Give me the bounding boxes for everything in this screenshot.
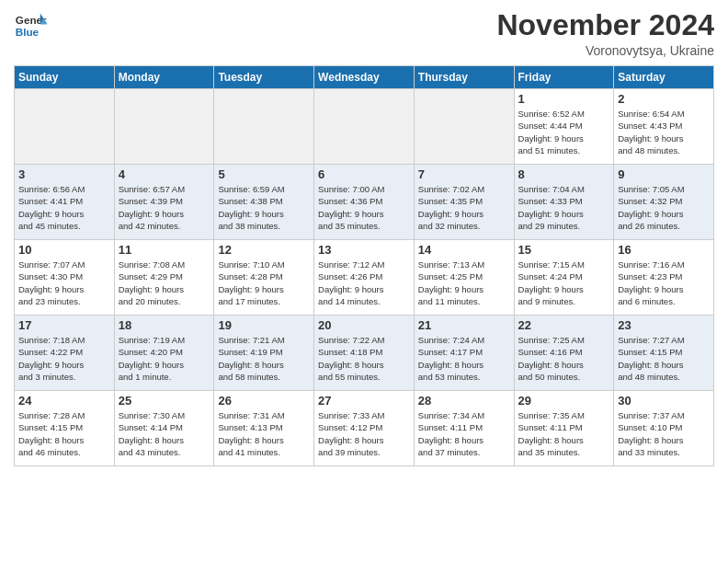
day-detail: Sunrise: 7:12 AM Sunset: 4:26 PM Dayligh… <box>318 259 410 307</box>
day-detail: Sunrise: 7:34 AM Sunset: 4:11 PM Dayligh… <box>418 409 510 458</box>
day-number: 20 <box>318 318 410 332</box>
day-detail: Sunrise: 7:19 AM Sunset: 4:20 PM Dayligh… <box>119 334 210 383</box>
page-container: General Blue November 2024 Voronovytsya,… <box>0 0 728 476</box>
day-number: 19 <box>218 318 310 332</box>
table-row: 4Sunrise: 6:57 AM Sunset: 4:39 PM Daylig… <box>114 165 214 240</box>
table-row: 16Sunrise: 7:16 AM Sunset: 4:23 PM Dayli… <box>614 240 714 316</box>
table-row: 13Sunrise: 7:12 AM Sunset: 4:26 PM Dayli… <box>314 240 415 316</box>
col-friday: Friday <box>514 66 614 89</box>
table-row: 11Sunrise: 7:08 AM Sunset: 4:29 PM Dayli… <box>114 240 214 316</box>
table-row: 15Sunrise: 7:15 AM Sunset: 4:24 PM Dayli… <box>514 240 614 316</box>
svg-text:Blue: Blue <box>16 26 40 38</box>
day-detail: Sunrise: 7:22 AM Sunset: 4:18 PM Dayligh… <box>318 334 410 383</box>
day-detail: Sunrise: 7:15 AM Sunset: 4:24 PM Dayligh… <box>518 259 610 307</box>
day-number: 28 <box>418 394 510 408</box>
table-row: 6Sunrise: 7:00 AM Sunset: 4:36 PM Daylig… <box>314 165 415 240</box>
table-row: 29Sunrise: 7:35 AM Sunset: 4:11 PM Dayli… <box>514 391 614 466</box>
month-title: November 2024 <box>496 9 714 41</box>
table-row: 18Sunrise: 7:19 AM Sunset: 4:20 PM Dayli… <box>114 316 214 391</box>
logo: General Blue <box>14 9 47 42</box>
table-row: 1Sunrise: 6:52 AM Sunset: 4:44 PM Daylig… <box>514 89 614 165</box>
calendar-week-row: 24Sunrise: 7:28 AM Sunset: 4:15 PM Dayli… <box>15 391 714 466</box>
day-detail: Sunrise: 7:10 AM Sunset: 4:28 PM Dayligh… <box>218 259 310 307</box>
day-number: 2 <box>618 92 710 106</box>
day-detail: Sunrise: 7:37 AM Sunset: 4:10 PM Dayligh… <box>618 409 710 458</box>
day-detail: Sunrise: 7:33 AM Sunset: 4:12 PM Dayligh… <box>318 409 410 458</box>
day-number: 21 <box>418 318 510 332</box>
col-tuesday: Tuesday <box>214 66 314 89</box>
day-number: 1 <box>518 92 610 106</box>
day-number: 12 <box>218 243 310 257</box>
calendar-week-row: 17Sunrise: 7:18 AM Sunset: 4:22 PM Dayli… <box>15 316 714 391</box>
header: General Blue November 2024 Voronovytsya,… <box>14 9 714 58</box>
col-sunday: Sunday <box>15 66 115 89</box>
calendar-week-row: 3Sunrise: 6:56 AM Sunset: 4:41 PM Daylig… <box>15 165 714 240</box>
day-detail: Sunrise: 6:54 AM Sunset: 4:43 PM Dayligh… <box>618 108 710 156</box>
table-row <box>414 89 514 165</box>
day-number: 9 <box>618 167 710 181</box>
day-detail: Sunrise: 7:02 AM Sunset: 4:35 PM Dayligh… <box>418 183 510 232</box>
calendar-week-row: 10Sunrise: 7:07 AM Sunset: 4:30 PM Dayli… <box>15 240 714 316</box>
day-number: 26 <box>218 394 310 408</box>
day-number: 27 <box>318 394 410 408</box>
table-row: 21Sunrise: 7:24 AM Sunset: 4:17 PM Dayli… <box>414 316 514 391</box>
col-thursday: Thursday <box>414 66 514 89</box>
day-number: 22 <box>518 318 610 332</box>
day-number: 15 <box>518 243 610 257</box>
table-row: 28Sunrise: 7:34 AM Sunset: 4:11 PM Dayli… <box>414 391 514 466</box>
location: Voronovytsya, Ukraine <box>496 43 714 58</box>
table-row: 14Sunrise: 7:13 AM Sunset: 4:25 PM Dayli… <box>414 240 514 316</box>
day-detail: Sunrise: 7:25 AM Sunset: 4:16 PM Dayligh… <box>518 334 610 383</box>
day-number: 8 <box>518 167 610 181</box>
table-row: 17Sunrise: 7:18 AM Sunset: 4:22 PM Dayli… <box>15 316 115 391</box>
col-wednesday: Wednesday <box>314 66 415 89</box>
day-detail: Sunrise: 7:21 AM Sunset: 4:19 PM Dayligh… <box>218 334 310 383</box>
table-row: 12Sunrise: 7:10 AM Sunset: 4:28 PM Dayli… <box>214 240 314 316</box>
day-number: 17 <box>18 318 110 332</box>
table-row: 23Sunrise: 7:27 AM Sunset: 4:15 PM Dayli… <box>614 316 714 391</box>
table-row: 5Sunrise: 6:59 AM Sunset: 4:38 PM Daylig… <box>214 165 314 240</box>
day-detail: Sunrise: 7:00 AM Sunset: 4:36 PM Dayligh… <box>318 183 410 232</box>
day-detail: Sunrise: 7:08 AM Sunset: 4:29 PM Dayligh… <box>119 259 210 307</box>
table-row: 25Sunrise: 7:30 AM Sunset: 4:14 PM Dayli… <box>114 391 214 466</box>
day-number: 18 <box>119 318 210 332</box>
day-detail: Sunrise: 7:28 AM Sunset: 4:15 PM Dayligh… <box>18 409 110 458</box>
day-detail: Sunrise: 7:04 AM Sunset: 4:33 PM Dayligh… <box>518 183 610 232</box>
table-row <box>15 89 115 165</box>
day-number: 5 <box>218 167 310 181</box>
table-row: 9Sunrise: 7:05 AM Sunset: 4:32 PM Daylig… <box>614 165 714 240</box>
day-number: 3 <box>18 167 110 181</box>
day-number: 14 <box>418 243 510 257</box>
table-row <box>314 89 415 165</box>
day-number: 11 <box>119 243 210 257</box>
table-row: 19Sunrise: 7:21 AM Sunset: 4:19 PM Dayli… <box>214 316 314 391</box>
day-number: 23 <box>618 318 710 332</box>
col-monday: Monday <box>114 66 214 89</box>
day-detail: Sunrise: 7:24 AM Sunset: 4:17 PM Dayligh… <box>418 334 510 383</box>
day-detail: Sunrise: 6:52 AM Sunset: 4:44 PM Dayligh… <box>518 108 610 156</box>
table-row: 8Sunrise: 7:04 AM Sunset: 4:33 PM Daylig… <box>514 165 614 240</box>
day-detail: Sunrise: 7:16 AM Sunset: 4:23 PM Dayligh… <box>618 259 710 307</box>
table-row: 22Sunrise: 7:25 AM Sunset: 4:16 PM Dayli… <box>514 316 614 391</box>
table-row <box>214 89 314 165</box>
day-number: 4 <box>119 167 210 181</box>
day-number: 13 <box>318 243 410 257</box>
table-row: 3Sunrise: 6:56 AM Sunset: 4:41 PM Daylig… <box>15 165 115 240</box>
table-row: 7Sunrise: 7:02 AM Sunset: 4:35 PM Daylig… <box>414 165 514 240</box>
day-number: 6 <box>318 167 410 181</box>
day-detail: Sunrise: 6:56 AM Sunset: 4:41 PM Dayligh… <box>18 183 110 232</box>
calendar-header-row: Sunday Monday Tuesday Wednesday Thursday… <box>15 66 714 89</box>
day-number: 25 <box>119 394 210 408</box>
table-row: 27Sunrise: 7:33 AM Sunset: 4:12 PM Dayli… <box>314 391 415 466</box>
logo-icon: General Blue <box>14 9 47 42</box>
calendar-body: 1Sunrise: 6:52 AM Sunset: 4:44 PM Daylig… <box>15 89 714 466</box>
day-number: 10 <box>18 243 110 257</box>
day-number: 24 <box>18 394 110 408</box>
day-detail: Sunrise: 7:30 AM Sunset: 4:14 PM Dayligh… <box>119 409 210 458</box>
table-row: 30Sunrise: 7:37 AM Sunset: 4:10 PM Dayli… <box>614 391 714 466</box>
table-row: 10Sunrise: 7:07 AM Sunset: 4:30 PM Dayli… <box>15 240 115 316</box>
calendar-week-row: 1Sunrise: 6:52 AM Sunset: 4:44 PM Daylig… <box>15 89 714 165</box>
table-row: 2Sunrise: 6:54 AM Sunset: 4:43 PM Daylig… <box>614 89 714 165</box>
day-number: 7 <box>418 167 510 181</box>
table-row: 26Sunrise: 7:31 AM Sunset: 4:13 PM Dayli… <box>214 391 314 466</box>
